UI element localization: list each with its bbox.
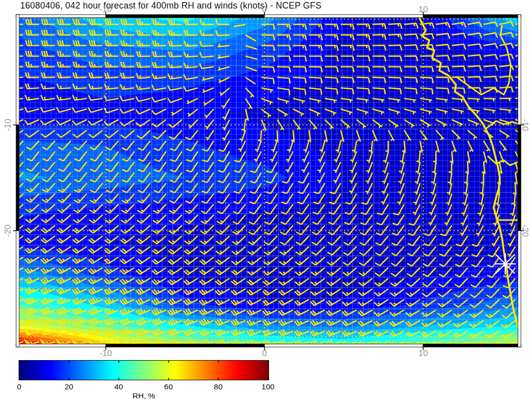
wind-barb (499, 152, 504, 163)
wind-barb (261, 67, 275, 73)
wind-barb (152, 247, 166, 254)
wind-barb (122, 152, 135, 162)
wind-barb (499, 109, 511, 113)
wind-barb (120, 288, 134, 294)
wind-barb (422, 289, 436, 297)
wind-barb (454, 279, 468, 287)
wind-barb (168, 236, 182, 244)
wind-barb (343, 300, 357, 306)
wind-barb (184, 279, 198, 285)
wind-barb (438, 331, 452, 337)
wind-barb (105, 236, 118, 244)
wind-barb (264, 226, 277, 235)
wind-barb (200, 300, 214, 305)
wind-barb (120, 318, 135, 325)
wind-barb (122, 183, 135, 193)
wind-barb (296, 226, 309, 235)
wind-barb (168, 279, 182, 285)
wind-barb (120, 328, 135, 335)
wind-barb (250, 183, 261, 193)
wind-barb (25, 236, 39, 243)
wind-barb (393, 204, 404, 215)
wind-barb (25, 107, 39, 112)
wind-barb (261, 46, 275, 51)
wind-barb (186, 152, 198, 162)
colorbar-tick-label: 0 (8, 382, 30, 391)
wind-barb (152, 109, 166, 115)
wind-barb (169, 194, 182, 203)
wind-barb (184, 226, 197, 234)
wind-barb (25, 307, 39, 314)
wind-barb (422, 331, 436, 337)
wind-barb (468, 22, 482, 27)
wind-barb (217, 204, 230, 214)
wind-barb (137, 204, 150, 213)
wind-barb (329, 183, 341, 194)
wind-barb (350, 173, 357, 184)
wind-barb (404, 56, 418, 61)
wind-barb (73, 84, 87, 89)
wind-barb (25, 130, 39, 138)
wind-barb (184, 74, 198, 79)
wind-barb (452, 33, 466, 38)
wind-barb (153, 19, 166, 25)
wind-barb (372, 24, 386, 29)
wind-barb (43, 152, 55, 161)
wind-barb (297, 215, 309, 225)
wind-barb (484, 152, 487, 163)
wind-barb (121, 204, 135, 213)
map-frame-segment (16, 15, 19, 125)
wind-barb (464, 173, 468, 185)
wind-barb (154, 183, 166, 193)
wind-barb (105, 215, 119, 223)
wind-barb (153, 236, 166, 244)
wind-barb (406, 310, 420, 317)
wind-barb (385, 141, 388, 153)
wind-barb (439, 247, 452, 256)
wind-barb (120, 247, 135, 254)
wind-barb (407, 257, 420, 266)
wind-barb (341, 25, 354, 30)
wind-barb (311, 289, 325, 296)
wind-barb (327, 257, 341, 265)
wind-barb (152, 279, 166, 285)
wind-barb (452, 120, 463, 127)
wind-barb (390, 289, 404, 297)
wind-barb (137, 236, 150, 244)
wind-barb (350, 162, 356, 173)
wind-barb (169, 130, 182, 140)
wind-barb (57, 19, 71, 25)
wind-barb (413, 204, 420, 216)
wind-barb (27, 152, 39, 161)
wind-barb (73, 298, 87, 304)
wind-barb (468, 99, 480, 102)
wind-barb (486, 310, 499, 318)
wind-barb (508, 236, 515, 247)
wind-barb (388, 109, 400, 115)
wind-barb (137, 19, 151, 25)
wind-barb (468, 33, 482, 38)
wind-barb (58, 194, 71, 203)
wind-barb (325, 46, 339, 51)
wind-barb (374, 300, 388, 306)
wind-barb (218, 173, 230, 183)
wind-barb (234, 152, 245, 162)
wind-barb (515, 76, 529, 81)
wind-barb (120, 96, 135, 101)
wind-barb (137, 73, 150, 78)
wind-barb (466, 162, 469, 174)
wind-barb (247, 268, 261, 275)
wind-barb (420, 99, 432, 103)
wind-barb (468, 141, 473, 152)
wind-barb (25, 268, 39, 273)
wind-barb (184, 30, 198, 36)
wind-barb (250, 173, 261, 183)
wind-barb (486, 321, 500, 328)
wind-barb (26, 204, 39, 213)
wind-barb (372, 88, 385, 95)
wind-barb (452, 66, 466, 71)
wind-barb (57, 40, 71, 46)
wind-barb (388, 56, 402, 61)
wind-barb (382, 183, 388, 194)
wind-barb (502, 310, 515, 318)
